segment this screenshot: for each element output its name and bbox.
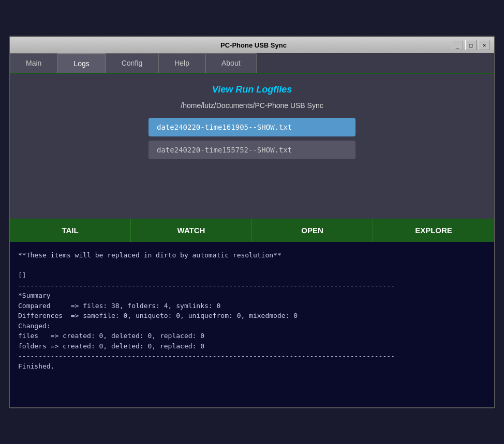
log-output: **These items will be replaced in dirto …	[10, 242, 494, 407]
tab-help[interactable]: Help	[158, 53, 205, 73]
maximize-button[interactable]: □	[465, 40, 477, 50]
file-item-0[interactable]: date240220-time161905--SHOW.txt	[149, 118, 355, 136]
tail-button[interactable]: TAIL	[10, 219, 131, 242]
window-controls: _ □ ✕	[452, 40, 490, 50]
watch-button[interactable]: WATCH	[131, 219, 252, 242]
file-list: date240220-time161905--SHOW.txt date2402…	[20, 118, 484, 159]
open-button[interactable]: OPEN	[252, 219, 373, 242]
tab-config[interactable]: Config	[106, 53, 158, 73]
logview-panel: View Run Logfiles /home/lutz/Documents/P…	[10, 74, 494, 219]
title-bar: PC-Phone USB Sync _ □ ✕	[10, 37, 494, 53]
tab-about[interactable]: About	[205, 53, 257, 73]
tab-main[interactable]: Main	[10, 53, 57, 73]
window-title: PC-Phone USB Sync	[55, 41, 452, 49]
tab-logs[interactable]: Logs	[57, 53, 105, 73]
tab-bar: Main Logs Config Help About	[10, 53, 494, 74]
action-bar: TAIL WATCH OPEN EXPLORE	[10, 219, 494, 242]
minimize-button[interactable]: _	[452, 40, 463, 50]
app-window: PC-Phone USB Sync _ □ ✕ Main Logs Config…	[9, 36, 495, 408]
close-button[interactable]: ✕	[479, 40, 490, 50]
logview-path: /home/lutz/Documents/PC-Phone USB Sync	[20, 101, 484, 110]
file-item-1[interactable]: date240220-time155752--SHOW.txt	[149, 141, 355, 159]
explore-button[interactable]: EXPLORE	[373, 219, 494, 242]
logview-title: View Run Logfiles	[20, 84, 484, 95]
